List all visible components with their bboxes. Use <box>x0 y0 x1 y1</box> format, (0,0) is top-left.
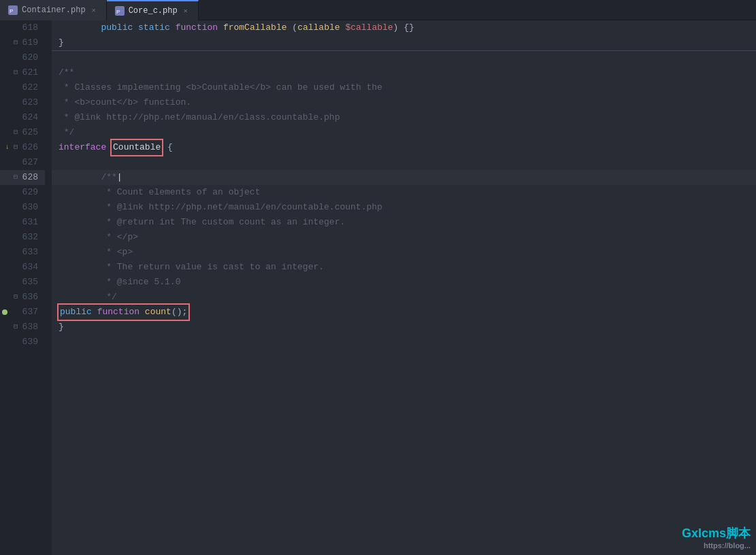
gutter-line: ⊟638 <box>0 320 45 335</box>
php-icon-active: P <box>115 6 125 16</box>
editor: 618⊟619620⊟621622623624⊟625↓⊟626627⊟6286… <box>0 20 756 555</box>
gutter-line: 635 <box>0 275 45 290</box>
code-line: } <box>52 35 756 50</box>
line-number: 619 <box>19 35 38 50</box>
down-arrow-icon: ↓ <box>5 140 10 155</box>
tab-container-php[interactable]: P Container.php ✕ <box>0 0 107 20</box>
code-line <box>52 335 756 350</box>
line-number: 620 <box>19 50 38 65</box>
gutter-line: ⊟636 <box>0 290 45 305</box>
gutter-line: ⊟625 <box>0 125 45 140</box>
code-line: public function count(); <box>52 305 756 320</box>
gutter-line: 623 <box>0 95 45 110</box>
line-numbers: 618⊟619620⊟621622623624⊟625↓⊟626627⊟6286… <box>0 20 52 555</box>
code-line: * @link http://php.net/manual/en/countab… <box>52 200 756 215</box>
gutter-line: ⊟619 <box>0 35 45 50</box>
gutter-line: 624 <box>0 110 45 125</box>
fold-icon[interactable]: ⊟ <box>14 170 18 185</box>
line-number: 628 <box>19 170 38 185</box>
gutter-line: 633 <box>0 245 45 260</box>
line-number: 629 <box>19 185 38 200</box>
gutter-line: 627 <box>0 155 45 170</box>
line-number: 633 <box>19 245 38 260</box>
line-number: 630 <box>19 200 38 215</box>
line-number: 625 <box>19 125 38 140</box>
fold-icon[interactable]: ⊟ <box>14 320 18 335</box>
line-number: 618 <box>19 20 38 35</box>
tab-bar: P Container.php ✕ P Core_c.php ✕ <box>0 0 756 20</box>
fold-icon[interactable]: ⊟ <box>14 125 18 140</box>
breakpoint-icon: ↓ <box>3 143 12 152</box>
tab-core-c-php[interactable]: P Core_c.php ✕ <box>107 0 199 20</box>
code-line: interface Countable { <box>52 140 756 155</box>
line-number: 636 <box>19 290 38 305</box>
line-number: 637 <box>19 305 38 320</box>
highlighted-code-box: public function count(); <box>59 305 188 320</box>
code-line: * The return value is cast to an integer… <box>52 260 756 275</box>
gutter-line: 618 <box>0 20 45 35</box>
code-line: * Count elements of an object <box>52 185 756 200</box>
gutter-line: 620 <box>0 50 45 65</box>
line-number: 631 <box>19 215 38 230</box>
code-line: */ <box>52 290 756 305</box>
code-line: * @link http://php.net/manual/en/class.c… <box>52 110 756 125</box>
code-line <box>52 155 756 170</box>
code-line: * @return int The custom count as an int… <box>52 215 756 230</box>
code-area[interactable]: public static function fromCallable (cal… <box>52 20 756 555</box>
breakpoint-icon <box>0 307 10 317</box>
gutter-line: 634 <box>0 260 45 275</box>
fold-icon[interactable]: ⊟ <box>14 140 18 155</box>
gutter-line: ↓⊟626 <box>0 140 45 155</box>
watermark: GxIcms脚本 https://blog... <box>682 525 751 550</box>
code-line: } <box>52 320 756 335</box>
line-number: 623 <box>19 95 38 110</box>
code-line: * @since 5.1.0 <box>52 275 756 290</box>
php-icon: P <box>8 5 18 15</box>
fold-icon[interactable]: ⊟ <box>14 65 18 80</box>
svg-text:P: P <box>116 9 120 15</box>
line-number: 626 <box>19 140 38 155</box>
gutter-line: 639 <box>0 335 45 350</box>
tab-close-active-button[interactable]: ✕ <box>182 6 190 16</box>
svg-text:P: P <box>10 8 13 14</box>
gutter-line: ⊟628 <box>0 170 45 185</box>
gutter-line: 622 <box>0 80 45 95</box>
gutter-line: 631 <box>0 215 45 230</box>
tab-label-active: Core_c.php <box>129 6 178 16</box>
green-dot-icon <box>2 309 7 315</box>
line-number: 635 <box>19 275 38 290</box>
fold-icon[interactable]: ⊟ <box>14 35 18 50</box>
line-number: 634 <box>19 260 38 275</box>
gutter-line: 632 <box>0 230 45 245</box>
highlighted-code-box: Countable <box>112 140 162 155</box>
code-line: * Classes implementing <b>Countable</b> … <box>52 80 756 95</box>
code-line: */ <box>52 125 756 140</box>
line-number: 632 <box>19 230 38 245</box>
gutter-line: 630 <box>0 200 45 215</box>
line-number: 639 <box>19 335 38 350</box>
code-line: * <b>count</b> function. <box>52 95 756 110</box>
line-number: 621 <box>19 65 38 80</box>
tab-label: Container.php <box>22 5 86 15</box>
code-line: /**| <box>52 170 756 185</box>
gutter-line: ⊟621 <box>0 65 45 80</box>
gutter-line: 629 <box>0 185 45 200</box>
tab-close-button[interactable]: ✕ <box>90 5 98 15</box>
code-line: * </p> <box>52 230 756 245</box>
code-line: * <p> <box>52 245 756 260</box>
code-line: public static function fromCallable (cal… <box>52 20 756 35</box>
line-number: 622 <box>19 80 38 95</box>
line-number: 624 <box>19 110 38 125</box>
code-line: /** <box>52 65 756 80</box>
line-number: 627 <box>19 155 38 170</box>
gutter-line: 637 <box>0 305 45 320</box>
code-line <box>52 50 756 65</box>
line-number: 638 <box>19 320 38 335</box>
fold-icon[interactable]: ⊟ <box>14 290 18 305</box>
